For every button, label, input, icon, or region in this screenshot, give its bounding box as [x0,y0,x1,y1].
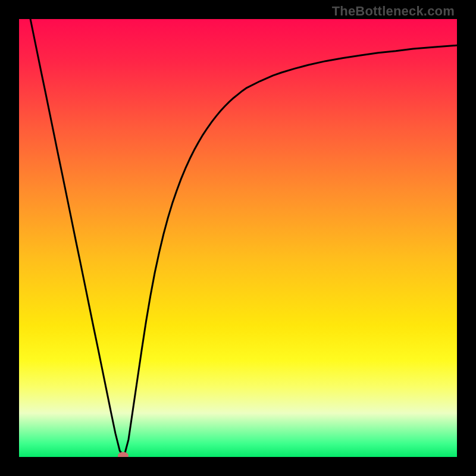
chart-stage: TheBottleneck.com [0,0,476,476]
watermark-text: TheBottleneck.com [332,4,455,19]
minimum-marker [118,452,129,457]
plot-area [19,19,457,457]
bottleneck-curve [19,19,457,457]
